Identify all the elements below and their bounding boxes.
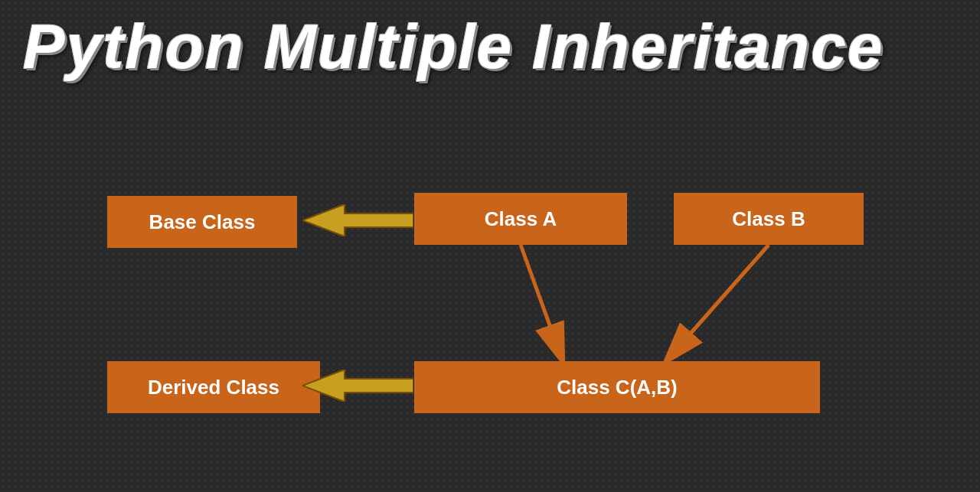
class-b-box: Class B [674,193,864,245]
derived-class-box: Derived Class [107,361,320,413]
svg-marker-4 [302,370,413,402]
arrow-to-derived-class [302,370,413,402]
class-a-box: Class A [414,193,627,245]
svg-line-1 [521,245,563,361]
page-title: Python Multiple Inheritance [23,15,884,78]
base-class-box: Base Class [107,196,297,248]
arrow-to-base-class [302,204,413,236]
class-c-box: Class C(A,B) [414,361,820,413]
svg-marker-3 [302,204,413,236]
svg-line-2 [666,245,769,361]
